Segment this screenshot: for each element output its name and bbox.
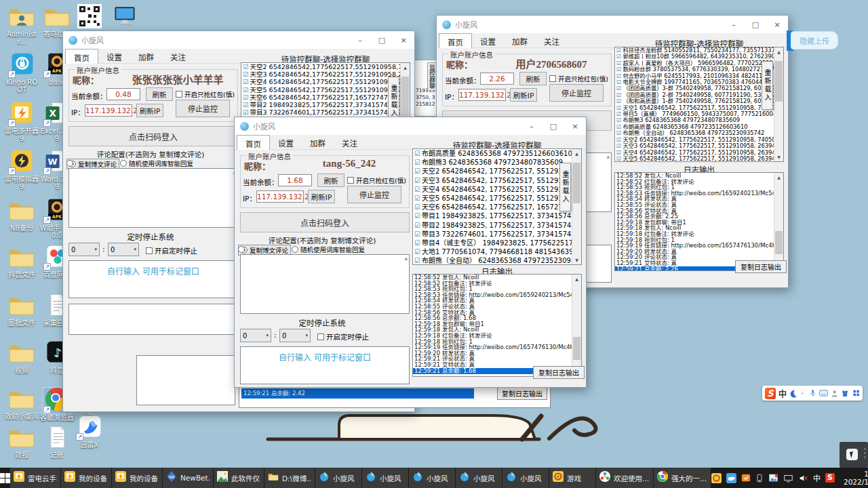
ip-value[interactable]: 117.139.132.200: [85, 104, 132, 117]
taskbar-item-8[interactable]: 小旋风: [409, 468, 455, 488]
group-row[interactable]: ☑布朗熊（全自动） 6248365368 4797235230935742: [615, 130, 783, 136]
screen-corner-overlay[interactable]: [840, 442, 868, 468]
timer-hour-select[interactable]: 0▾: [68, 243, 100, 256]
scroll-down-icon[interactable]: ▼: [774, 152, 783, 161]
ip-value[interactable]: 117.139.132.200: [256, 190, 304, 203]
mark-window-box[interactable]: 自行输入 可用于标记窗口: [240, 346, 410, 384]
group-row[interactable]: ☑郭维超丨粉丝10群 5966596482, 6439235310, 27623…: [615, 54, 783, 60]
log-row[interactable]: 12:59:18 发包群聊: 带目1: [413, 321, 581, 327]
log-row[interactable]: 12:58:53 任务链接: http://weibo.com/16592402…: [413, 292, 581, 298]
scrollbar[interactable]: ▲▼: [774, 47, 783, 161]
scrollbar[interactable]: ▲▼: [774, 173, 783, 270]
scroll-thumb[interactable]: [573, 337, 580, 360]
stop-monitor-button[interactable]: 停止监控: [549, 84, 604, 102]
ip-value[interactable]: 117.139.132.200: [458, 89, 506, 101]
log-row-selected[interactable]: 12:59:21 总余额: 2.42: [241, 388, 474, 399]
log-row[interactable]: 12:58:53 任务链接: http://weibo.com/16592402…: [615, 190, 783, 197]
copy-log-button[interactable]: 复制日志输出: [735, 260, 787, 273]
desktop-icon-ld-emu[interactable]: ↗雷电模拟器9: [4, 149, 39, 190]
taskbar-item-2[interactable]: 我的设备...: [112, 468, 162, 488]
scrollbar[interactable]: ▲▼: [572, 149, 581, 264]
screenshot-tray-icon[interactable]: [768, 473, 778, 483]
security-tray-icon[interactable]: [741, 473, 751, 483]
group-row[interactable]: ☑科技径杰龙粉群 5140552811, 7550234177, 7355713…: [615, 47, 783, 54]
group-row[interactable]: ☑天空5 6542846542, 1775622517, 5512910958,…: [413, 194, 581, 203]
mark-window-box[interactable]: 自行输入 可用于标记窗口: [68, 260, 238, 298]
desktop-icon-thunder[interactable]: ↗迅雷X: [72, 415, 107, 449]
tab-0[interactable]: 首页: [65, 49, 98, 64]
minimize-button[interactable]: –: [521, 117, 542, 135]
tab-0[interactable]: 首页: [439, 33, 472, 48]
tab-3[interactable]: 关注: [536, 33, 568, 48]
group-row[interactable]: ☑天空1 6542846542, 1775622517, 5512910958,…: [615, 105, 783, 111]
log-row[interactable]: 12:58:55 评论状态: 真: [615, 202, 783, 208]
refresh-balance-button[interactable]: 刷新: [146, 87, 173, 101]
group-row[interactable]: ☑天空5 6542846542, 1775622517, 5512910958,…: [615, 156, 783, 162]
comment-textarea[interactable]: ▲: [68, 168, 238, 228]
log-row[interactable]: 12:58:52 发包人: Ncoill: [413, 274, 581, 281]
reload-vertical-button[interactable]: 重新载入: [762, 61, 773, 110]
group-row[interactable]: ☑天空3 6542846542, 1775622517, 5512910958,…: [615, 143, 783, 149]
timer-enable-checkbox[interactable]: 开启定时停止: [146, 245, 197, 256]
group-row[interactable]: ☑布朗熊（全自动） 6248365368 4797235230935742: [413, 256, 581, 265]
extra-box-2[interactable]: [136, 355, 235, 405]
copy-log-button[interactable]: 复制日志输出: [533, 366, 585, 379]
group-row[interactable]: ☑带目5（真横） 7749606150, 5943375007, 7775216…: [615, 111, 783, 117]
window-titlebar[interactable]: 小旋风–□×: [235, 117, 586, 135]
skin-icon[interactable]: [841, 389, 849, 398]
scroll-up-icon[interactable]: ▲: [774, 47, 783, 56]
desktop-icon-folder[interactable]: 抖音文件: [4, 245, 39, 279]
group-row[interactable]: ☑布朗熊3 6248365368 4797234807835609: [615, 117, 783, 123]
tab-3[interactable]: 关注: [162, 49, 194, 64]
group-row[interactable]: ☑数码粉丝群 3780537534, 6776330339, 104802727…: [615, 66, 783, 73]
timer-minute-select[interactable]: 0▾: [279, 329, 311, 342]
window-titlebar[interactable]: 小旋风–□×: [63, 31, 414, 49]
group-row[interactable]: ☑天空2 6542846542, 1775622517, 5512910958,…: [413, 167, 581, 176]
log-row[interactable]: 12:58:53 抢到红包: 1: [615, 184, 783, 190]
group-row[interactable]: ☑天空4 6542846542, 1775622517, 5512910958,…: [615, 150, 783, 156]
group-row[interactable]: ☑布朗高质量 6248365368 4797235126603610: [615, 124, 783, 130]
log-row[interactable]: 12:59:20 评论状态: 真: [615, 254, 783, 260]
timer-hour-select[interactable]: 0▾: [240, 329, 271, 342]
balance-value[interactable]: 1.68: [278, 174, 312, 186]
scroll-up-icon[interactable]: ▲: [572, 274, 581, 283]
group-row[interactable]: ☑带目3 7322674601, 1775622517, 3734157470,…: [413, 230, 581, 239]
log-row[interactable]: 12:58:52 发包人: Ncoill: [615, 173, 783, 179]
taskbar-item-13[interactable]: 强大的一...: [654, 468, 711, 488]
taskbar-item-5[interactable]: >D:\微博...: [264, 468, 315, 488]
scroll-thumb[interactable]: [401, 77, 409, 117]
group-row[interactable]: ☑布朗熊3 6248365368 4797234807835609: [413, 158, 581, 167]
refresh-ip-button[interactable]: 刷新IP: [136, 104, 163, 117]
desktop-icon-folder[interactable]: 图批文件: [4, 293, 39, 327]
minimize-button[interactable]: –: [723, 16, 745, 33]
ime-mode-icon[interactable]: 中: [778, 388, 787, 399]
maximize-button[interactable]: □: [371, 31, 393, 49]
refresh-ip-button[interactable]: 刷新IP: [510, 88, 537, 102]
log-row[interactable]: 12:58:54 转发状态: 真: [615, 196, 783, 202]
taskbar-item-3[interactable]: WBNewBet...: [163, 468, 213, 488]
taskbar-item-7[interactable]: 小旋风: [362, 468, 408, 488]
group-row[interactable]: ☑大地1 7770561074, 7794668118 481543639715…: [413, 247, 581, 256]
close-button[interactable]: ×: [564, 117, 586, 135]
phone-tray-icon[interactable]: [755, 473, 764, 483]
scroll-up-icon[interactable]: ▲: [572, 149, 581, 158]
group-row[interactable]: ☑天空4 6542846542,1775622517,5512910958,26…: [241, 78, 410, 85]
window-titlebar[interactable]: 小旋风–□×: [437, 16, 788, 33]
desktop-icon-doc[interactable]: 记账: [39, 425, 75, 459]
log-row[interactable]: 12:59:19 任务链接: http://weibo.com/16574761…: [413, 344, 581, 350]
log-row[interactable]: 12:58:56 艾特状态: 真: [615, 208, 783, 214]
reload-vertical-button[interactable]: 重新载入: [559, 163, 571, 211]
tab-2[interactable]: 加群: [302, 135, 334, 150]
log-row[interactable]: 12:58:55 评论状态: 真: [413, 304, 581, 310]
desktop-icon-ld-multi[interactable]: ↗雷电多开器9: [4, 101, 39, 142]
log-row[interactable]: 12:59:18 抢到红包: 1: [615, 237, 783, 243]
scan-login-button[interactable]: 点击扫码登入: [68, 126, 238, 146]
group-row[interactable]: ☑带目2 1984923825,1775622517,3734157470,77…: [241, 101, 410, 108]
tab-2[interactable]: 加群: [130, 49, 162, 64]
taskbar-item-11[interactable]: 游戏: [549, 468, 595, 488]
group-row[interactable]: ☑（团团高质量）2-群 7540249958, 6077191190, 5392…: [615, 92, 783, 98]
sogou-input-toolbar[interactable]: S 中: [762, 386, 863, 401]
scroll-up-icon[interactable]: ▲: [774, 173, 783, 182]
log-row[interactable]: 12:59:18 发包群聊: 带目1: [615, 220, 783, 226]
scroll-thumb[interactable]: [573, 163, 580, 203]
